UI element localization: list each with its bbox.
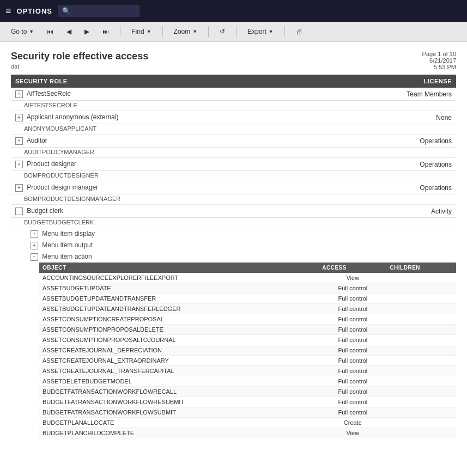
- access-value: Full control: [319, 366, 386, 376]
- hamburger-icon[interactable]: ≡: [5, 5, 11, 17]
- list-item: ASSETDELETEBUDGETMODELFull control: [39, 376, 456, 387]
- report-meta: Page 1 of 10 6/21/2017 5:53 PM: [422, 51, 456, 70]
- report-header: Security role effective access dat Page …: [0, 42, 467, 75]
- children-value: [386, 325, 456, 335]
- table-row: − Menu item action: [11, 251, 456, 263]
- access-value: Full control: [319, 335, 386, 345]
- access-value: Full control: [319, 314, 386, 325]
- expand-icon[interactable]: +: [15, 114, 23, 121]
- role-label: Budget clerk: [27, 207, 63, 215]
- children-value: [386, 376, 456, 387]
- expand-icon[interactable]: −: [15, 208, 23, 215]
- access-value: Full control: [319, 304, 386, 314]
- access-value: Full control: [319, 356, 386, 366]
- table-row: + Auditor Operations: [11, 135, 456, 148]
- role-key: ANONYMOUSAPPLICANT: [11, 124, 456, 135]
- role-name: + Applicant anonymous (external): [11, 111, 312, 124]
- role-key: BOMPRODUCTDESIGNER: [11, 171, 456, 181]
- expand-icon[interactable]: +: [15, 161, 23, 168]
- security-table: SECURITY ROLE LICENSE + AifTestSecRole T…: [11, 75, 456, 438]
- next-page-button[interactable]: ▶: [82, 27, 92, 36]
- menu-item: + Menu item display: [11, 228, 456, 240]
- expand-icon[interactable]: +: [31, 230, 38, 238]
- access-value: Create: [319, 418, 386, 428]
- table-row: AUDITPOLICYMANAGER: [11, 148, 456, 158]
- list-item: BUDGETFATRANSACTIONWORKFLOWSUBMITFull co…: [39, 407, 456, 418]
- table-container: SECURITY ROLE LICENSE + AifTestSecRole T…: [0, 75, 467, 438]
- list-item: ASSETCREATEJOURNAL_DEPRECIATIONFull cont…: [39, 345, 456, 356]
- menu-item: − Menu item action: [11, 251, 456, 263]
- list-item: BUDGETPLANCHILDCOMPLETEView: [39, 428, 456, 438]
- object-name: ASSETCONSUMPTIONPROPOSALTOJOURNAL: [39, 335, 319, 345]
- list-item: ASSETCREATEJOURNAL_EXTRAORDINARYFull con…: [39, 356, 456, 366]
- object-name: ASSETBUDGETUPDATEANDTRANSFERLEDGER: [39, 304, 319, 314]
- report-title: Security role effective access: [11, 51, 148, 62]
- role-key: AUDITPOLICYMANAGER: [11, 148, 456, 158]
- children-value: [386, 366, 456, 376]
- separator-3: [208, 26, 209, 37]
- menu-item-label: Menu item output: [42, 241, 93, 249]
- role-name: − Budget clerk: [11, 205, 312, 218]
- menu-item: + Menu item output: [11, 240, 456, 251]
- object-name: BUDGETPLANALLOCATE: [39, 418, 319, 428]
- access-value: View: [319, 428, 386, 438]
- children-value: [386, 356, 456, 366]
- export-button[interactable]: Export ▼: [245, 27, 276, 36]
- object-name: BUDGETFATRANSACTIONWORKFLOWRESUBMIT: [39, 397, 319, 407]
- role-license: Operations: [312, 181, 456, 194]
- object-name: BUDGETFATRANSACTIONWORKFLOWSUBMIT: [39, 407, 319, 418]
- access-value: Full control: [319, 345, 386, 356]
- expand-icon[interactable]: +: [31, 242, 38, 249]
- children-value: [386, 283, 456, 294]
- export-chevron: ▼: [269, 29, 274, 34]
- children-value: [386, 335, 456, 345]
- print-button[interactable]: 🖨: [294, 27, 305, 36]
- children-value: [386, 407, 456, 418]
- report-time: 5:53 PM: [422, 64, 456, 70]
- role-key: BUDGETBUDGETCLERK: [11, 218, 456, 228]
- menu-item-label: Menu item action: [42, 253, 92, 260]
- title-bar: ≡ OPTIONS: [0, 0, 467, 22]
- col-license: LICENSE: [312, 75, 456, 88]
- goto-button[interactable]: Go to ▼: [9, 27, 36, 36]
- zoom-button[interactable]: Zoom ▼: [172, 27, 200, 36]
- object-name: ASSETCONSUMPTIONPROPOSALDELETE: [39, 325, 319, 335]
- main-content: Go to ▼ ⏮ ◀ ▶ ⏭ Find ▼ Zoom ▼ ↺ Export ▼…: [0, 22, 467, 476]
- zoom-chevron: ▼: [192, 29, 197, 34]
- table-row: + AifTestSecRole Team Members: [11, 88, 456, 101]
- sub-col-access: ACCESS: [319, 263, 386, 273]
- children-value: [386, 294, 456, 304]
- refresh-button[interactable]: ↺: [217, 27, 227, 36]
- role-name: + Product design manager: [11, 181, 312, 194]
- separator-2: [162, 26, 163, 37]
- table-header-row: SECURITY ROLE LICENSE: [11, 75, 456, 88]
- export-label: Export: [247, 28, 266, 35]
- role-key: BOMPRODUCTDESIGNMANAGER: [11, 194, 456, 205]
- role-key: AIFTESTSECROLE: [11, 101, 456, 111]
- object-name: ASSETCONSUMPTIONCREATEPROPOSAL: [39, 314, 319, 325]
- children-value: [386, 387, 456, 397]
- sub-table-container: OBJECT ACCESS CHILDREN ACCOUNTINGSOURCEE…: [11, 263, 456, 438]
- expand-icon[interactable]: +: [15, 137, 23, 145]
- list-item: BUDGETFATRANSACTIONWORKFLOWRESUBMITFull …: [39, 397, 456, 407]
- expand-icon[interactable]: +: [15, 184, 23, 192]
- expand-icon[interactable]: +: [15, 90, 23, 98]
- table-row: + Product design manager Operations: [11, 181, 456, 194]
- prev-page-button[interactable]: ◀: [64, 27, 74, 36]
- list-item: ASSETCONSUMPTIONCREATEPROPOSALFull contr…: [39, 314, 456, 325]
- sub-col-children: CHILDREN: [386, 263, 456, 273]
- expand-icon[interactable]: −: [31, 253, 38, 261]
- list-item: ASSETCREATEJOURNAL_TRANSFERCAPITALFull c…: [39, 366, 456, 376]
- table-row: + Menu item display: [11, 228, 456, 240]
- last-page-button[interactable]: ⏭: [100, 27, 111, 36]
- find-button[interactable]: Find ▼: [129, 27, 153, 36]
- table-row: + Menu item output: [11, 240, 456, 251]
- object-name: ASSETBUDGETUPDATEANDTRANSFER: [39, 294, 319, 304]
- access-value: Full control: [319, 376, 386, 387]
- access-value: Full control: [319, 397, 386, 407]
- role-name: + Auditor: [11, 135, 312, 148]
- first-page-button[interactable]: ⏮: [45, 27, 56, 36]
- search-input[interactable]: [58, 5, 140, 17]
- children-value: [386, 345, 456, 356]
- object-name: ASSETCREATEJOURNAL_DEPRECIATION: [39, 345, 319, 356]
